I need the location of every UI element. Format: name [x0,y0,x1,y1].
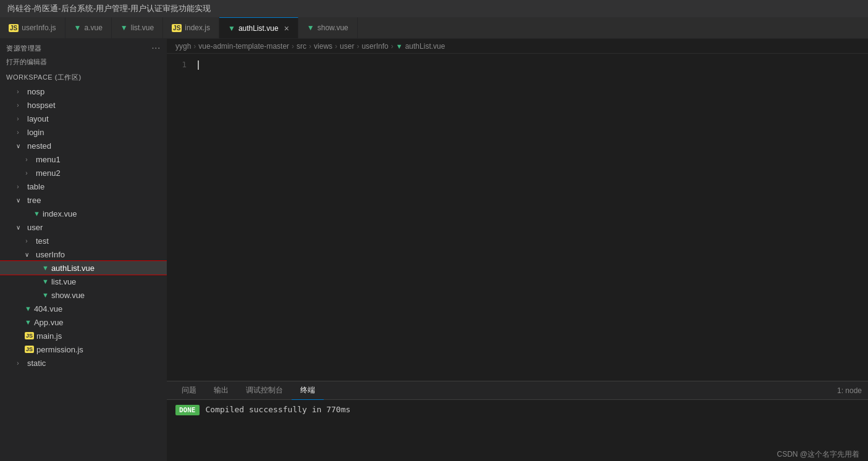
title-bar: 尚硅谷-尚医通-后台系统-用户管理-用户认证审批功能实现 [0,0,868,17]
tab-authList-vue[interactable]: ▼authList.vue× [219,17,298,38]
tree-item-label: 404.vue [34,304,62,314]
tree-item-test[interactable]: ›test [0,234,167,247]
file-tree: ›nosp›hospset›layout›login∨nested›menu1›… [0,85,167,461]
breadcrumb-separator: › [391,42,394,51]
arrow-icon: › [14,129,22,136]
breadcrumb-part: views [314,42,332,51]
panel-tab-problems[interactable]: 问题 [173,381,205,400]
code-editor[interactable]: 1 [167,54,868,381]
vue-file-icon: ▼ [42,264,49,272]
compiled-message: Compiled successfully in 770ms [206,405,351,414]
tree-item-404-vue[interactable]: ▼404.vue [0,302,167,315]
tree-item-show-vue-file[interactable]: ▼show.vue [0,288,167,302]
tree-item-authList-vue[interactable]: ▼authList.vue [0,261,167,275]
arrow-icon: › [22,170,31,177]
arrow-icon: ∨ [22,251,31,258]
tree-item-hospset[interactable]: ›hospset [0,98,167,112]
tab-label: userInfo.js [22,23,56,32]
tree-item-tree-index-vue[interactable]: ▼index.vue [0,207,167,220]
tree-item-layout[interactable]: ›layout [0,112,167,125]
tree-item-main-js[interactable]: JSmain.js [0,329,167,343]
tree-item-label: table [27,182,44,191]
resource-manager-label: 资源管理器 [6,44,42,53]
js-file-icon: JS [25,332,34,339]
close-icon[interactable]: × [284,23,289,33]
tab-label: a.vue [84,23,102,32]
breadcrumb: yygh › vue-admin-template-master › src ›… [167,39,868,54]
tree-item-nested[interactable]: ∨nested [0,139,167,152]
arrow-icon: › [14,88,22,95]
tree-item-label: menu2 [36,168,61,178]
sidebar: 资源管理器 ··· 打开的编辑器 WORKSPACE (工作区) ›nosp›h… [0,39,167,461]
workspace-label: WORKSPACE (工作区) [0,70,167,85]
tab-a-vue[interactable]: ▼a.vue [65,17,112,38]
cursor-line [198,60,199,70]
tree-item-menu1[interactable]: ›menu1 [0,152,167,166]
tab-show-vue[interactable]: ▼show.vue [298,17,358,38]
tree-item-list-vue-file[interactable]: ▼list.vue [0,275,167,288]
tab-index-js[interactable]: JSindex.js [163,17,219,38]
panel-footer: CSDN @这个名字先用着 [167,448,868,461]
tree-item-table[interactable]: ›table [0,180,167,193]
done-badge: DONE [175,405,200,415]
tree-item-label: menu1 [36,155,61,164]
resource-manager-header[interactable]: 资源管理器 ··· [0,39,167,56]
tree-item-nosp[interactable]: ›nosp [0,85,167,98]
breadcrumb-separator: › [292,42,294,51]
panel-tab-output[interactable]: 输出 [205,381,237,400]
tree-item-label: tree [27,196,41,205]
panel-tab-terminal[interactable]: 终端 [292,381,324,400]
footer-text: CSDN @这个名字先用着 [777,449,859,460]
tree-item-static[interactable]: ›static [0,356,167,370]
code-line-1: 1 [167,59,868,70]
tree-item-label: user [27,223,43,232]
tree-item-menu2[interactable]: ›menu2 [0,166,167,180]
breadcrumb-file: ▼authList.vue [396,42,445,51]
terminal-label: 1: node [837,386,862,395]
tree-item-label: App.vue [34,318,64,327]
tree-item-login[interactable]: ›login [0,125,167,139]
breadcrumb-part: src [297,42,306,51]
breadcrumb-separator: › [309,42,311,51]
tab-label: show.vue [318,23,348,32]
breadcrumb-separator: › [356,42,359,51]
arrow-icon: › [14,102,22,109]
tree-item-label: static [27,359,46,368]
main-area: 资源管理器 ··· 打开的编辑器 WORKSPACE (工作区) ›nosp›h… [0,39,868,461]
tab-list-vue[interactable]: ▼list.vue [112,17,163,38]
tree-item-label: login [27,128,44,137]
breadcrumb-part: user [340,42,354,51]
breadcrumb-separator: › [193,42,196,51]
tree-item-label: main.js [36,331,62,341]
open-editor-label: 打开的编辑器 [0,56,167,70]
panel-area: 问题输出调试控制台终端1: node DONE Compiled success… [167,381,868,461]
tree-item-label: nosp [27,87,44,96]
js-icon: JS [172,24,182,32]
vue-icon: ▼ [307,23,314,32]
arrow-icon: › [22,156,31,163]
breadcrumb-part: userInfo [361,42,388,51]
panel-tab-debugConsole[interactable]: 调试控制台 [237,381,292,400]
arrow-icon: ∨ [14,224,22,231]
vue-icon: ▼ [120,23,128,32]
vue-breadcrumb-icon: ▼ [396,43,403,50]
tree-item-App-vue[interactable]: ▼App.vue [0,315,167,329]
tree-item-label: index.vue [43,209,77,218]
tab-label: authList.vue [238,24,279,33]
tab-userInfo[interactable]: JSuserInfo.js [0,17,65,38]
tab-label: list.vue [131,23,154,32]
editor-area: yygh › vue-admin-template-master › src ›… [167,39,868,461]
tree-item-userInfo-folder[interactable]: ∨userInfo [0,247,167,261]
tree-item-tree[interactable]: ∨tree [0,193,167,207]
arrow-icon: ∨ [14,143,22,149]
tree-item-user[interactable]: ∨user [0,220,167,234]
tree-item-label: test [36,236,49,246]
breadcrumb-file-label: authList.vue [405,42,445,51]
panel-tabs: 问题输出调试控制台终端1: node [167,381,868,400]
more-icon[interactable]: ··· [151,43,161,54]
tab-bar: JSuserInfo.js▼a.vue▼list.vueJSindex.js▼a… [0,17,868,39]
vue-file-icon: ▼ [42,291,49,299]
tree-item-label: authList.vue [51,264,95,273]
breadcrumb-part: vue-admin-template-master [198,42,289,51]
tree-item-permission-js[interactable]: JSpermission.js [0,343,167,356]
